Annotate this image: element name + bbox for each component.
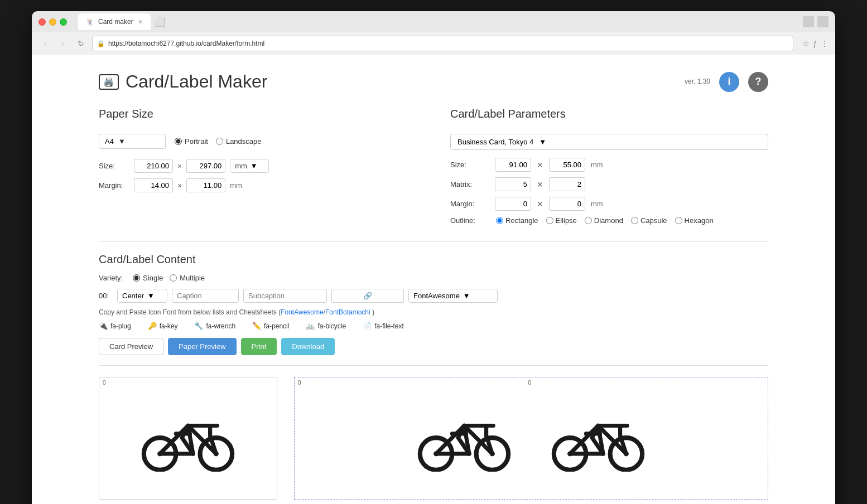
card-margin-unit: mm (591, 200, 603, 208)
fontbotamochi-link[interactable]: FontBotamochi (325, 308, 370, 316)
page-header: 🖨️ Card/Label Maker ver. 1.30 i ? (99, 71, 768, 92)
extension-icon[interactable]: ƒ (813, 39, 817, 48)
outline-diamond[interactable]: Diamond (585, 216, 623, 225)
card-corner-label: 0 (102, 379, 107, 387)
row-number: 00: (99, 292, 113, 300)
align-select[interactable]: Center ▼ (117, 289, 167, 303)
fontawesome-link[interactable]: FontAwesome (281, 308, 323, 316)
outline-diamond-radio[interactable] (585, 217, 592, 224)
svg-line-23 (458, 426, 464, 438)
tab-title: Card maker (98, 18, 133, 26)
card-size-h-input[interactable] (549, 158, 585, 172)
variety-multiple-radio[interactable] (170, 274, 177, 282)
address-bar[interactable]: 🔒 https://botamochi6277.github.io/cardMa… (92, 36, 793, 51)
close-traffic-light[interactable] (38, 18, 46, 26)
refresh-button[interactable]: ↻ (74, 37, 88, 50)
landscape-radio[interactable] (216, 138, 223, 145)
variety-single-radio[interactable] (133, 274, 140, 282)
outline-rectangle-label: Rectangle (505, 216, 538, 225)
card-preset-arrow: ▼ (539, 138, 546, 146)
icon-samples: 🔌 fa-plug 🔑 fa-key 🔧 fa-wrench ✏️ fa-pen… (99, 322, 768, 330)
pencil-label: fa-pencil (264, 322, 289, 330)
variety-row: Variety: Single Multiple (99, 274, 768, 282)
font-select[interactable]: FontAwesome ▼ (408, 289, 498, 303)
size-height-input[interactable] (186, 159, 225, 173)
variety-multiple-label[interactable]: Multiple (170, 274, 205, 282)
browser-window: 🃏 Card maker ✕ ⬜ ‹ › ↻ 🔒 https://botamoc… (32, 11, 835, 504)
active-tab[interactable]: 🃏 Card maker ✕ (78, 13, 151, 30)
forward-button[interactable]: › (56, 37, 70, 50)
icon-sample-plug: 🔌 fa-plug (99, 322, 131, 330)
outline-hexagon[interactable]: Hexagon (675, 216, 714, 225)
portrait-radio-label[interactable]: Portrait (175, 137, 208, 146)
margin-h-input[interactable] (134, 178, 173, 192)
tab-favicon: 🃏 (86, 18, 94, 26)
card-margin-y-input[interactable] (549, 197, 585, 211)
paper-size-select[interactable]: A4 ▼ (99, 134, 166, 149)
outline-capsule-radio[interactable] (631, 217, 638, 224)
page-content: 🖨️ Card/Label Maker ver. 1.30 i ? Paper … (32, 55, 835, 504)
bicycle-card-2 (542, 399, 654, 477)
landscape-radio-label[interactable]: Landscape (216, 137, 262, 146)
outline-row: Outline: Rectangle Ellipse Diamond (450, 216, 768, 225)
unit-select[interactable]: mm ▼ (230, 159, 269, 173)
card-size-w-input[interactable] (495, 158, 531, 172)
portrait-label: Portrait (185, 137, 208, 146)
bicycle-icon: 🚲 (306, 322, 315, 330)
paper-preview-button[interactable]: Paper Preview (168, 338, 237, 355)
card-matrix-row: Matrix: ✕ (450, 177, 768, 191)
info-button[interactable]: i (719, 72, 739, 92)
maximize-traffic-light[interactable] (60, 18, 67, 26)
size-width-input[interactable] (134, 159, 173, 173)
minimize-traffic-light[interactable] (49, 18, 56, 26)
tab-bar: 🃏 Card maker ✕ ⬜ (78, 13, 798, 30)
card-matrix-x-input[interactable] (495, 177, 531, 191)
print-button[interactable]: Print (241, 338, 277, 355)
svg-line-8 (182, 426, 188, 438)
header-right: ver. 1.30 i ? (685, 72, 768, 92)
card-preview-box: 0 (99, 377, 277, 500)
outline-rectangle[interactable]: Rectangle (496, 216, 538, 225)
outline-capsule[interactable]: Capsule (631, 216, 667, 225)
card-margin-x-input[interactable] (495, 197, 531, 211)
icon-input[interactable] (331, 289, 404, 303)
content-title: Card/Label Content (99, 253, 768, 266)
card-margin-label: Margin: (450, 200, 489, 208)
margin-v-input[interactable] (186, 178, 225, 192)
tab-close-button[interactable]: ✕ (138, 18, 143, 26)
card-preset-row: Business Card, Tokyo 4 ▼ (450, 134, 768, 150)
caption-input[interactable] (172, 289, 239, 303)
card-matrix-y-input[interactable] (549, 177, 585, 191)
variety-single-label[interactable]: Single (133, 274, 163, 282)
size-label: Size: (99, 162, 129, 170)
outline-rectangle-radio[interactable] (496, 217, 503, 224)
card-size-row: Size: ✕ mm (450, 158, 768, 172)
outline-hexagon-radio[interactable] (675, 217, 682, 224)
matrix-times: ✕ (537, 180, 543, 189)
back-button[interactable]: ‹ (38, 37, 52, 50)
browser-addressbar: ‹ › ↻ 🔒 https://botamochi6277.github.io/… (32, 32, 835, 55)
card-params-section: Card/Label Parameters Business Card, Tok… (450, 108, 768, 225)
outline-ellipse[interactable]: Ellipse (546, 216, 577, 225)
subcaption-input[interactable] (243, 289, 327, 303)
icon-sample-bicycle: 🚲 fa-bicycle (306, 322, 346, 330)
download-button[interactable]: Download (281, 338, 335, 355)
margin-label: Margin: (99, 181, 129, 190)
align-value: Center (122, 292, 144, 300)
card-preset-select[interactable]: Business Card, Tokyo 4 ▼ (450, 134, 768, 150)
page-title-area: 🖨️ Card/Label Maker (99, 71, 267, 92)
card-preview-button[interactable]: Card Preview (99, 338, 163, 355)
help-button[interactable]: ? (748, 72, 768, 92)
portrait-radio[interactable] (175, 138, 182, 145)
wrench-label: fa-wrench (206, 322, 235, 330)
bicycle-svg-card (138, 405, 238, 472)
content-section: Card/Label Content Variety: Single Multi… (99, 253, 768, 500)
user-icon (803, 16, 814, 27)
bookmark-icon[interactable]: ☆ (802, 39, 810, 48)
paper-size-value: A4 (105, 137, 114, 146)
new-tab-button[interactable]: ⬜ (153, 15, 166, 28)
menu-icon[interactable]: ⋮ (821, 39, 829, 48)
copy-paste-row: Copy and Paste Icon Font from below list… (99, 308, 768, 316)
unit-value: mm (235, 162, 247, 170)
outline-ellipse-radio[interactable] (546, 217, 553, 224)
